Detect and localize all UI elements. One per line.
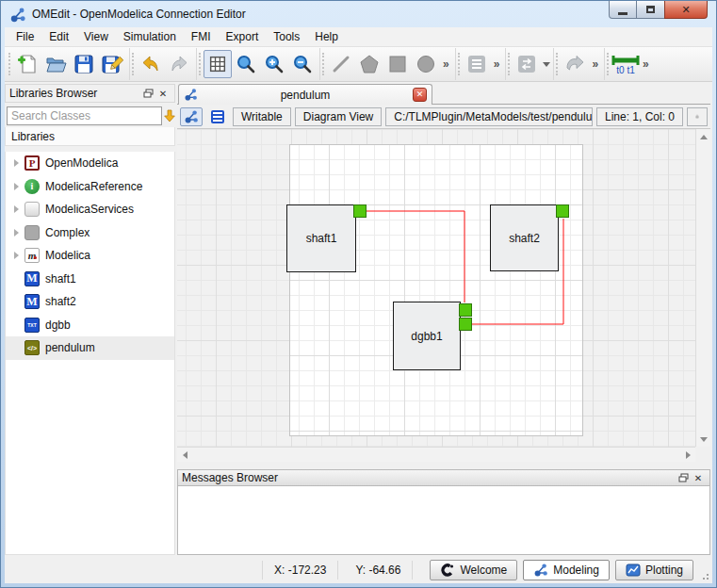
connector-dgbb1-top[interactable] bbox=[459, 303, 472, 317]
connect-mode-button[interactable] bbox=[513, 50, 541, 78]
expand-icon[interactable] bbox=[9, 183, 23, 190]
expand-icon[interactable] bbox=[9, 229, 23, 237]
library-item-modelicareference[interactable]: i ModelicaReference bbox=[6, 175, 174, 199]
shapes-overflow-button[interactable]: » bbox=[440, 57, 452, 71]
connector-shaft1[interactable] bbox=[353, 204, 367, 218]
simulate-overflow-button[interactable]: » bbox=[589, 57, 601, 71]
scroll-left-button[interactable] bbox=[177, 448, 192, 463]
model-switcher-button[interactable] bbox=[463, 50, 491, 78]
perspective-plotting-button[interactable]: Plotting bbox=[615, 560, 693, 580]
component-shaft2[interactable]: shaft2 bbox=[490, 204, 559, 271]
library-item-modelica[interactable]: m Modelica bbox=[6, 244, 174, 268]
modeling-icon bbox=[533, 563, 548, 578]
save-as-button[interactable] bbox=[98, 50, 126, 78]
diagram-canvas[interactable]: shaft1 shaft2 dgbb1 bbox=[177, 129, 695, 447]
cursor-y-coordinate: Y: -64.66 bbox=[344, 561, 413, 580]
scroll-up-button[interactable] bbox=[696, 129, 711, 144]
libraries-float-button[interactable] bbox=[140, 87, 155, 100]
reset-zoom-button[interactable] bbox=[232, 50, 260, 78]
model-switcher-overflow-button[interactable]: » bbox=[491, 57, 503, 71]
messages-content bbox=[177, 486, 710, 555]
connector-dgbb1-bottom[interactable] bbox=[459, 318, 472, 331]
model-editor-area: pendulum ✕ Writable bbox=[177, 84, 710, 463]
open-model-button[interactable] bbox=[41, 50, 70, 78]
menu-view[interactable]: View bbox=[76, 27, 116, 46]
connection-lines bbox=[177, 129, 695, 447]
vertical-scrollbar[interactable] bbox=[695, 129, 710, 447]
float-dock-icon bbox=[143, 89, 154, 98]
connection-shaft1-dgbb1[interactable] bbox=[367, 211, 464, 302]
writable-status[interactable]: Writable bbox=[233, 107, 291, 126]
line-tool-button[interactable] bbox=[327, 50, 355, 78]
tab-close-button[interactable]: ✕ bbox=[413, 88, 427, 102]
model-tab-icon bbox=[184, 88, 198, 102]
resize-grip[interactable] bbox=[700, 571, 709, 580]
zoom-in-button[interactable] bbox=[260, 50, 288, 78]
library-item-dgbb[interactable]: TXT dgbb bbox=[6, 314, 174, 337]
library-item-openmodelica[interactable]: P OpenModelica bbox=[6, 152, 174, 175]
simulation-time-button[interactable]: t0 t1 bbox=[611, 50, 640, 78]
component-shaft1[interactable]: shaft1 bbox=[286, 204, 356, 272]
polygon-shape-icon bbox=[358, 53, 381, 75]
diagram-view-button[interactable] bbox=[180, 107, 203, 126]
messages-dock-title: Messages Browser bbox=[182, 471, 676, 484]
line-shape-icon bbox=[330, 53, 352, 75]
menu-edit[interactable]: Edit bbox=[41, 27, 76, 46]
scroll-right-button[interactable] bbox=[680, 448, 695, 463]
menu-export[interactable]: Export bbox=[219, 27, 267, 46]
menu-tools[interactable]: Tools bbox=[266, 27, 307, 46]
component-dgbb1[interactable]: dgbb1 bbox=[393, 302, 461, 370]
time-overflow-button[interactable]: » bbox=[640, 57, 652, 71]
ellipse-tool-button[interactable] bbox=[412, 50, 440, 78]
perspective-modeling-button[interactable]: Modeling bbox=[523, 560, 610, 580]
messages-close-button[interactable]: ✕ bbox=[691, 471, 706, 484]
library-item-modelicaservices[interactable]: ModelicaServices bbox=[6, 198, 174, 221]
library-item-shaft1[interactable]: M shaft1 bbox=[6, 268, 174, 291]
expand-icon[interactable] bbox=[9, 252, 23, 259]
component-label: shaft1 bbox=[306, 232, 337, 245]
libraries-dock-header: Libraries Browser ✕ bbox=[5, 84, 175, 103]
zoom-in-icon bbox=[263, 53, 285, 75]
perspective-welcome-button[interactable]: Welcome bbox=[430, 560, 517, 580]
scroll-down-button[interactable] bbox=[696, 432, 711, 447]
menu-simulation[interactable]: Simulation bbox=[116, 27, 184, 46]
expand-icon[interactable] bbox=[9, 159, 23, 167]
model-icon: M bbox=[24, 294, 40, 309]
horizontal-scrollbar[interactable] bbox=[177, 447, 695, 462]
libraries-close-button[interactable]: ✕ bbox=[155, 87, 171, 100]
undo-button[interactable] bbox=[137, 50, 165, 78]
redo-button[interactable] bbox=[165, 50, 193, 78]
tab-pendulum[interactable]: pendulum ✕ bbox=[178, 84, 432, 105]
text-view-button[interactable] bbox=[206, 107, 229, 126]
search-classes-input[interactable] bbox=[7, 106, 162, 125]
zoom-icon bbox=[235, 53, 257, 75]
time-interval-icon bbox=[611, 55, 641, 66]
search-scope-button[interactable] bbox=[162, 106, 177, 125]
rectangle-shape-icon bbox=[386, 53, 409, 75]
library-item-complex[interactable]: Complex bbox=[6, 221, 174, 245]
library-item-shaft2[interactable]: M shaft2 bbox=[6, 290, 174, 314]
save-button[interactable] bbox=[70, 50, 98, 78]
connect-mode-dropdown-icon[interactable] bbox=[543, 62, 550, 67]
minimize-button[interactable] bbox=[609, 1, 637, 19]
libraries-browser-dock: Libraries Browser ✕ Libraries bbox=[5, 84, 175, 555]
show-grid-button[interactable] bbox=[204, 50, 232, 78]
messages-float-button[interactable] bbox=[676, 471, 691, 484]
maximize-button[interactable] bbox=[637, 1, 664, 19]
menu-file[interactable]: File bbox=[8, 27, 41, 46]
txt-file-icon: TXT bbox=[24, 318, 40, 333]
ellipse-shape-icon bbox=[415, 53, 437, 75]
expand-icon[interactable] bbox=[9, 205, 23, 213]
rectangle-tool-button[interactable] bbox=[383, 50, 412, 78]
polygon-tool-button[interactable] bbox=[355, 50, 383, 78]
menu-help[interactable]: Help bbox=[307, 27, 346, 46]
library-item-pendulum[interactable]: </> pendulum bbox=[6, 336, 174, 360]
simulate-button[interactable] bbox=[561, 50, 589, 78]
connector-shaft2[interactable] bbox=[556, 204, 569, 218]
menu-fmi[interactable]: FMI bbox=[184, 27, 219, 46]
zoom-out-button[interactable] bbox=[288, 50, 317, 78]
close-button[interactable]: ✕ bbox=[664, 1, 708, 19]
new-model-button[interactable] bbox=[13, 50, 41, 78]
text-view-icon bbox=[211, 110, 224, 123]
lock-indicator bbox=[687, 107, 708, 126]
